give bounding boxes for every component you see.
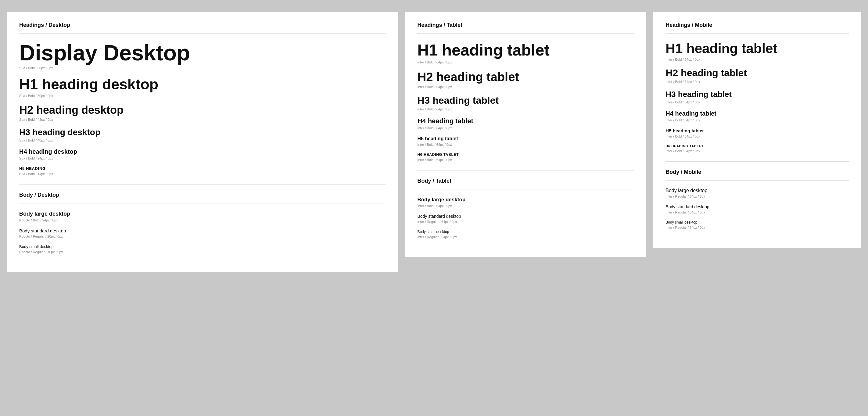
body-small-tablet-meta: Inter / Regular / 64px / 0px	[417, 235, 634, 239]
body-small-mobile-meta: Inter / Regular / 64px / 0px	[665, 226, 849, 229]
h3-tablet-meta: Inter / Bold / 64px / 0px	[417, 107, 634, 111]
body-standard-desktop-meta: Roboto / Regular / 20px / 0px	[19, 234, 385, 238]
body-large-desktop-meta: Roboto / Bold / 24px / 0px	[19, 218, 385, 222]
h2-desktop-meta: Sua / Bold / 48px / 0px	[19, 118, 385, 121]
h4-desktop-heading: H4 heading desktop	[19, 148, 385, 155]
h5-mobile-meta: Inter / Bold / 64px / 0px	[665, 134, 849, 138]
h4-tablet-heading: H4 heading tablet	[417, 117, 634, 125]
h1-tablet-meta: Inter / Bold / 64px / 0px	[417, 60, 634, 64]
h4-mobile-block: H4 heading tablet Inter / Bold / 64px / …	[665, 110, 849, 122]
h6-tablet-meta: Inter / Bold / 64px / 0px	[417, 158, 634, 162]
h1-mobile-block: H1 heading tablet Inter / Bold / 64px / …	[665, 41, 849, 61]
h3-tablet-block: H3 heading tablet Inter / Bold / 64px / …	[417, 95, 634, 111]
h6-mobile-meta: Inter / Bold / 64px / 0px	[665, 149, 849, 153]
body-large-mobile: Body large desktop	[665, 188, 849, 193]
h4-mobile-heading: H4 heading tablet	[665, 110, 849, 117]
h2-desktop-block: H2 heading desktop Sua / Bold / 48px / 0…	[19, 104, 385, 121]
body-large-mobile-block: Body large desktop Inter / Regular / 64p…	[665, 188, 849, 198]
h5-tablet-heading: H5 heading tablet	[417, 136, 634, 141]
h5-mobile-block: H5 heading tablet Inter / Bold / 64px / …	[665, 128, 849, 138]
body-small-mobile-block: Body small desktop Inter / Regular / 64p…	[665, 220, 849, 229]
mobile-section-title: Headings / Mobile	[665, 22, 849, 34]
body-standard-desktop: Body standard desktop	[19, 228, 385, 233]
body-small-tablet-block: Body small desktop Inter / Regular / 64p…	[417, 230, 634, 239]
h1-desktop-block: H1 heading desktop Sua / Bold / 60px / 0…	[19, 76, 385, 98]
h5-desktop-block: H5 HEADING Sua / Bold / 14px / 0px	[19, 166, 385, 176]
body-large-tablet-meta: Inter / Bold / 64px / 0px	[417, 204, 634, 208]
h6-tablet-block: H6 HEADING TABLET Inter / Bold / 64px / …	[417, 153, 634, 162]
body-large-desktop-block: Body large desktop Roboto / Bold / 24px …	[19, 211, 385, 222]
h4-desktop-block: H4 heading desktop Sua / Bold / 24px / 0…	[19, 148, 385, 160]
body-standard-tablet-block: Body standard desktop Inter / Regular / …	[417, 214, 634, 224]
h4-tablet-block: H4 heading tablet Inter / Bold / 64px / …	[417, 117, 634, 130]
body-standard-mobile-meta: Inter / Regular / 64px / 0px	[665, 211, 849, 214]
desktop-section-title: Headings / Desktop	[19, 22, 385, 34]
h5-mobile-heading: H5 heading tablet	[665, 128, 849, 133]
tablet-panel: Headings / Tablet H1 heading tablet Inte…	[405, 12, 646, 257]
h1-mobile-meta: Inter / Bold / 64px / 0px	[665, 58, 849, 61]
h3-tablet-heading: H3 heading tablet	[417, 95, 634, 106]
body-large-tablet-block: Body large desktop Inter / Bold / 64px /…	[417, 197, 634, 208]
h3-mobile-meta: Inter / Bold / 64px / 0px	[665, 100, 849, 104]
body-standard-tablet: Body standard desktop	[417, 214, 634, 219]
body-small-mobile: Body small desktop	[665, 220, 849, 224]
display-desktop-meta: Sua / Bold / 80px / 0px	[19, 66, 385, 70]
mobile-panel: Headings / Mobile H1 heading tablet Inte…	[653, 12, 861, 248]
display-desktop-heading: Display Desktop	[19, 41, 385, 65]
h5-tablet-block: H5 heading tablet Inter / Bold / 64px / …	[417, 136, 634, 147]
body-large-desktop: Body large desktop	[19, 211, 385, 217]
h5-desktop-meta: Sua / Bold / 14px / 0px	[19, 172, 385, 176]
body-small-tablet: Body small desktop	[417, 230, 634, 234]
tablet-divider	[417, 170, 634, 170]
h4-mobile-meta: Inter / Bold / 64px / 0px	[665, 118, 849, 122]
tablet-section-title: Headings / Tablet	[417, 22, 634, 34]
desktop-body-section-title: Body / Desktop	[19, 192, 385, 203]
h6-mobile-block: H6 HEADING TABLET Inter / Bold / 64px / …	[665, 144, 849, 153]
h2-tablet-meta: Inter / Bold / 64px / 0px	[417, 85, 634, 89]
h5-tablet-meta: Inter / Bold / 64px / 0px	[417, 143, 634, 147]
body-small-desktop-meta: Roboto / Regular / 16px / 0px	[19, 250, 385, 254]
h1-desktop-meta: Sua / Bold / 60px / 0px	[19, 94, 385, 98]
h1-tablet-block: H1 heading tablet Inter / Bold / 64px / …	[417, 41, 634, 64]
h6-tablet-heading: H6 HEADING TABLET	[417, 153, 634, 157]
body-standard-mobile-block: Body standard desktop Inter / Regular / …	[665, 204, 849, 214]
body-small-desktop: Body small desktop	[19, 244, 385, 249]
desktop-panel: Headings / Desktop Display Desktop Sua /…	[7, 12, 398, 272]
h1-mobile-heading: H1 heading tablet	[665, 41, 849, 57]
body-standard-desktop-block: Body standard desktop Roboto / Regular /…	[19, 228, 385, 238]
h2-desktop-heading: H2 heading desktop	[19, 104, 385, 117]
h4-desktop-meta: Sua / Bold / 24px / 0px	[19, 156, 385, 160]
h2-mobile-heading: H2 heading tablet	[665, 67, 849, 79]
h2-mobile-meta: Inter / Bold / 64px / 0px	[665, 80, 849, 84]
h3-mobile-heading: H3 heading tablet	[665, 90, 849, 99]
tablet-body-section-title: Body / Tablet	[417, 178, 634, 189]
body-standard-mobile: Body standard desktop	[665, 204, 849, 209]
h3-desktop-meta: Sua / Bold / 40px / 0px	[19, 138, 385, 142]
panels-container: Headings / Desktop Display Desktop Sua /…	[7, 12, 861, 272]
mobile-body-section-title: Body / Mobile	[665, 169, 849, 181]
h2-tablet-block: H2 heading tablet Inter / Bold / 64px / …	[417, 70, 634, 89]
body-standard-tablet-meta: Inter / Regular / 64px / 0px	[417, 220, 634, 224]
h5-desktop-heading: H5 HEADING	[19, 166, 385, 171]
desktop-divider	[19, 184, 385, 185]
mobile-divider	[665, 161, 849, 162]
h1-tablet-heading: H1 heading tablet	[417, 41, 634, 59]
h3-desktop-block: H3 heading desktop Sua / Bold / 40px / 0…	[19, 127, 385, 142]
h6-mobile-heading: H6 HEADING TABLET	[665, 144, 849, 148]
h2-mobile-block: H2 heading tablet Inter / Bold / 64px / …	[665, 67, 849, 84]
body-small-desktop-block: Body small desktop Roboto / Regular / 16…	[19, 244, 385, 254]
h2-tablet-heading: H2 heading tablet	[417, 70, 634, 84]
h3-desktop-heading: H3 heading desktop	[19, 127, 385, 137]
display-desktop-block: Display Desktop Sua / Bold / 80px / 0px	[19, 41, 385, 70]
body-large-tablet: Body large desktop	[417, 197, 634, 203]
h1-desktop-heading: H1 heading desktop	[19, 76, 385, 93]
body-large-mobile-meta: Inter / Regular / 64px / 0px	[665, 195, 849, 198]
h4-tablet-meta: Inter / Bold / 64px / 0px	[417, 126, 634, 130]
h3-mobile-block: H3 heading tablet Inter / Bold / 64px / …	[665, 90, 849, 104]
